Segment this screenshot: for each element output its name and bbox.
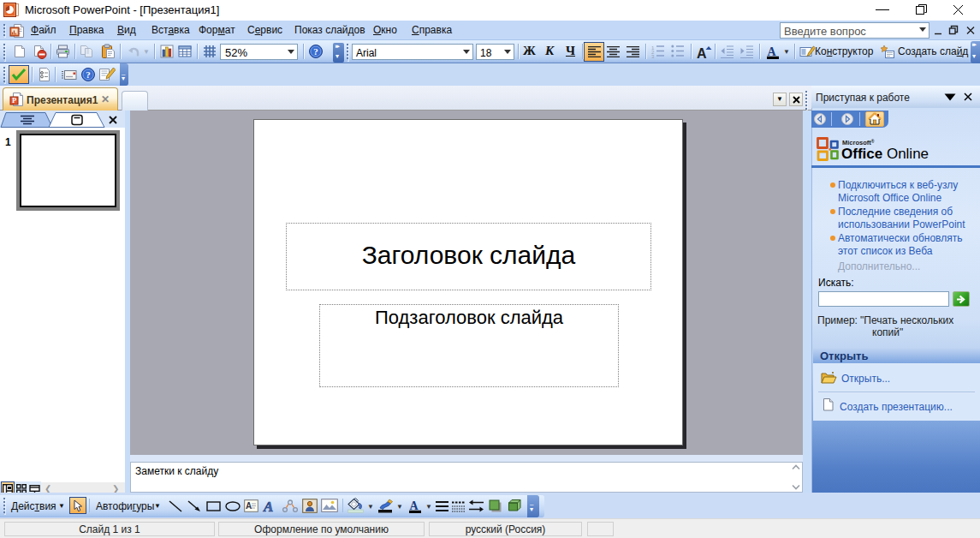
- svg-text:A: A: [246, 501, 252, 511]
- svg-text:3: 3: [651, 54, 655, 59]
- svg-text:P: P: [12, 96, 16, 105]
- svg-text:A: A: [768, 45, 777, 58]
- svg-text:A: A: [410, 499, 419, 512]
- svg-text:A: A: [697, 46, 707, 60]
- svg-text:A: A: [263, 499, 273, 514]
- svg-text:?: ?: [86, 69, 91, 80]
- svg-text:?: ?: [313, 46, 318, 57]
